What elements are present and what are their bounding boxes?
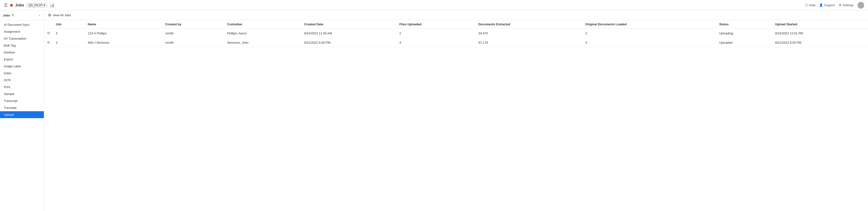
sidebar: Jobs ↻ ‹ AI Document Sync Assignment AV … [0, 10, 44, 211]
row-original-docs: 4 [582, 38, 716, 47]
col-created-date[interactable]: Created Date [301, 20, 397, 29]
row-upload-started: 8/24/2022 12:01 PM [772, 29, 868, 38]
body-layout: Jobs ↻ ‹ AI Document Sync Assignment AV … [0, 10, 868, 211]
sidebar-collapse-button[interactable]: ‹ [38, 13, 41, 18]
support-icon: 👤 [819, 3, 823, 7]
row-created-by: rsmith [162, 29, 224, 38]
avatar[interactable] [858, 2, 864, 8]
row-job: 3 [53, 29, 85, 38]
sidebar-item-deletion[interactable]: Deletion [0, 49, 44, 56]
sidebar-item-sample[interactable]: Sample [0, 90, 44, 97]
workspace-chevron-icon: ▾ [43, 4, 45, 7]
jobs-table-container: Job Name Created by Custodian Created Da… [44, 20, 868, 211]
table-row: ⚙ 2 456-J Simmons rsmith Simmons, John 8… [44, 38, 868, 47]
col-created-by[interactable]: Created by [162, 20, 224, 29]
help-icon: ⓘ [805, 3, 808, 7]
row-original-docs: 2 [582, 29, 716, 38]
row-upload-started: 8/21/2022 6:55 PM [772, 38, 868, 47]
row-created-date: 8/24/2022 11:50 AM [301, 29, 397, 38]
sidebar-item-ai-document-sync[interactable]: AI Document Sync [0, 21, 44, 28]
sidebar-title: Jobs [3, 14, 10, 17]
sidebar-item-translate[interactable]: Translate [0, 104, 44, 111]
col-original-docs[interactable]: Original Documents Loaded [582, 20, 716, 29]
help-button[interactable]: ⓘ Help [805, 3, 815, 7]
sidebar-item-assignment[interactable]: Assignment [0, 28, 44, 35]
col-files-uploaded[interactable]: Files Uploaded [397, 20, 475, 29]
settings-icon: ⚙ [839, 3, 841, 7]
col-status[interactable]: Status [716, 20, 772, 29]
row-documents-extracted: 34,470 [475, 29, 583, 38]
chart-icon[interactable]: 📊 [50, 3, 54, 7]
sidebar-item-index[interactable]: Index [0, 70, 44, 77]
table-header-row: Job Name Created by Custodian Created Da… [44, 20, 868, 29]
sidebar-item-upload[interactable]: Upload [0, 111, 44, 118]
row-status: Uploading [716, 29, 772, 38]
col-status-icon [44, 20, 53, 29]
view-all-bar: ⚙ View All Jobs [44, 10, 868, 20]
settings-button[interactable]: ⚙ Settings [839, 3, 854, 7]
app-title: Jobs [15, 3, 24, 7]
col-documents-extracted[interactable]: Documents Extracted [475, 20, 583, 29]
sidebar-item-transcript[interactable]: Transcript [0, 97, 44, 104]
view-all-icon: ⚙ [48, 13, 51, 18]
sidebar-header: Jobs ↻ ‹ [0, 10, 44, 20]
col-custodian[interactable]: Custodian [224, 20, 301, 29]
topnav-right: ⓘ Help 👤 Support ⚙ Settings [805, 2, 864, 8]
row-status: Uploaded [716, 38, 772, 47]
jobs-table: Job Name Created by Custodian Created Da… [44, 20, 868, 47]
row-gear-icon[interactable]: ⚙ [44, 29, 53, 38]
workspace-label: QA_PILOT [29, 4, 43, 7]
row-created-by: rsmith [162, 38, 224, 47]
top-nav: ☰ ■ Jobs QA_PILOT ▾ 📊 ⓘ Help 👤 Support ⚙… [0, 0, 868, 10]
row-custodian: Phillips, Aaron [224, 29, 301, 38]
main-content: ⚙ View All Jobs Job Name Created by Cust… [44, 10, 868, 211]
row-job: 2 [53, 38, 85, 47]
row-name: 456-J Simmons [85, 38, 162, 47]
sidebar-nav: AI Document Sync Assignment AV Transcrip… [0, 20, 44, 119]
col-upload-started[interactable]: Upload Started [772, 20, 868, 29]
row-name: 123-A Phillips [85, 29, 162, 38]
sidebar-item-export[interactable]: Export [0, 56, 44, 63]
workspace-selector[interactable]: QA_PILOT ▾ [27, 3, 47, 8]
sidebar-refresh-icon[interactable]: ↻ [11, 14, 14, 17]
col-job[interactable]: Job [53, 20, 85, 29]
col-name[interactable]: Name [85, 20, 162, 29]
sidebar-title-area: Jobs ↻ [3, 14, 14, 17]
sidebar-item-print[interactable]: Print [0, 83, 44, 90]
sidebar-item-bulk-tag[interactable]: Bulk Tag [0, 42, 44, 49]
support-button[interactable]: 👤 Support [819, 3, 835, 7]
row-custodian: Simmons, John [224, 38, 301, 47]
row-created-date: 8/21/2022 6:50 PM [301, 38, 397, 47]
view-all-jobs-button[interactable]: View All Jobs [53, 14, 71, 17]
hamburger-icon[interactable]: ☰ [4, 3, 8, 8]
sidebar-item-ocr[interactable]: OCR [0, 77, 44, 83]
row-files-uploaded: 4 [397, 38, 475, 47]
sidebar-item-av-transcription[interactable]: AV Transcription [0, 35, 44, 42]
brand-logo: ■ [10, 2, 13, 8]
row-documents-extracted: 67,178 [475, 38, 583, 47]
topnav-left: ☰ ■ Jobs QA_PILOT ▾ 📊 [4, 2, 802, 8]
row-files-uploaded: 2 [397, 29, 475, 38]
table-row: ⚙ 3 123-A Phillips rsmith Phillips, Aaro… [44, 29, 868, 38]
sidebar-item-image-label[interactable]: Image Label [0, 63, 44, 70]
row-gear-icon[interactable]: ⚙ [44, 38, 53, 47]
